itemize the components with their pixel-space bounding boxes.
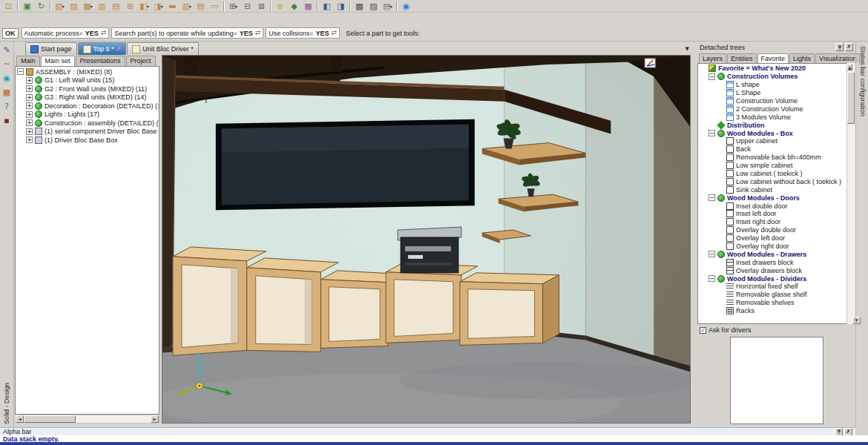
view-orientation-icon[interactable] [645, 59, 655, 67]
drawer-tool-button[interactable]: ◨ ▾ [151, 0, 165, 13]
distribution-tool-button[interactable]: ▨ [67, 0, 81, 13]
right-panel-tab[interactable]: Visualization [815, 53, 860, 63]
back-panel-tool-button[interactable]: ▤ [194, 0, 208, 13]
tree-item[interactable]: Horizontal fixed shelf [698, 283, 855, 291]
tree-item[interactable]: Removable glasse shelf [698, 291, 855, 299]
low-cabinet-tool-button[interactable]: ▥ [95, 0, 109, 13]
construction-volume-button[interactable]: ▧ ▾ [53, 0, 67, 13]
ok-button[interactable]: OK [2, 28, 19, 39]
pin-icon[interactable] [835, 43, 844, 51]
tree-item[interactable]: Inset double door [698, 202, 855, 210]
right-splitter[interactable] [691, 55, 697, 423]
tree-item[interactable]: + G3 : Right Wall units (MIXED) (14) [16, 93, 159, 102]
lights-tool-button[interactable]: ⊛ [273, 0, 287, 13]
expander-icon[interactable]: + [26, 85, 33, 92]
right-panel-toggle-button[interactable]: ◨ [334, 0, 348, 13]
tree-item[interactable]: + G1 : Left Wall units (15) [16, 76, 159, 85]
dropdown-arrow-icon[interactable]: ▾ [189, 4, 191, 9]
prompt-field[interactable]: Automatic process= YES ⇄ [22, 27, 110, 39]
scrollbar-thumb[interactable] [24, 415, 76, 423]
expander-icon[interactable]: − [708, 130, 715, 136]
contextual-help-button[interactable]: ◉ [399, 0, 413, 13]
tree-item[interactable]: Overlay drawers block [698, 266, 855, 274]
dropdown-arrow-icon[interactable]: ▾ [62, 4, 65, 9]
tree-item[interactable]: − Wood Modules - Box [698, 129, 855, 137]
tree-item[interactable]: Distribution [698, 121, 855, 129]
dropdown-arrow-icon[interactable]: ▾ [235, 4, 237, 9]
expander-icon[interactable]: − [708, 251, 715, 257]
toggle-value-icon[interactable]: ⇄ [101, 30, 107, 36]
toggle-value-icon[interactable]: ⇄ [255, 30, 261, 36]
door-tool-button[interactable]: ◧ ▾ [137, 0, 151, 13]
color-palette-button[interactable]: ▦ [1, 86, 13, 99]
left-panel-tab[interactable]: Main [16, 56, 40, 66]
hardware-button[interactable]: ⊟ [240, 0, 254, 13]
right-panel-tab[interactable]: Entities [727, 53, 757, 63]
dropdown-arrow-icon[interactable]: ▾ [147, 4, 149, 9]
scroll-right-icon[interactable]: ► [151, 415, 159, 423]
dropdown-arrow-icon[interactable]: ▾ [91, 4, 93, 9]
tab-close-icon[interactable]: ✗ [116, 46, 122, 52]
shelf-tool-button[interactable]: ▬ [165, 0, 180, 13]
close-icon[interactable]: ✗ [844, 428, 852, 436]
tree-item[interactable]: 2 Construction Volume [698, 105, 855, 113]
document-tab[interactable]: Top 5 * ✗ [78, 42, 127, 55]
render-view-button[interactable]: ▩ [352, 0, 366, 13]
document-tab[interactable]: Start page [25, 42, 77, 55]
tree-item[interactable]: + G2 : Front Wall Units (MIXED) (11) [16, 85, 159, 93]
tree-item[interactable]: + (1) Driver Bloc Base Box [16, 136, 159, 145]
tree-item[interactable]: Overlay left door [698, 234, 855, 243]
materials-tool-button[interactable]: ▦ [301, 0, 315, 13]
tree-item[interactable]: Low cabinet without back ( toekick ) [698, 177, 855, 185]
expander-icon[interactable]: + [26, 77, 33, 84]
tree-item[interactable]: Inset right door [698, 218, 855, 226]
expander-icon[interactable]: + [26, 102, 33, 109]
sink-cabinet-tool-button[interactable]: ▤ [109, 0, 123, 13]
tree-item[interactable]: Construction Volume [698, 97, 855, 105]
tree-item[interactable]: Overlay double door [698, 226, 855, 234]
toekick-tool-button[interactable]: ▭ [208, 0, 222, 13]
tree-item[interactable]: − Wood Modules - Doors [698, 194, 855, 202]
expander-icon[interactable]: + [26, 119, 33, 126]
curve-tools-button[interactable]: ~ [1, 58, 13, 70]
tree-item[interactable]: + Decoration : Decoration (DETAILED) (16… [16, 102, 159, 111]
tree-item[interactable]: Upper cabinet [698, 137, 855, 145]
tree-item[interactable]: + Lights : Lights (17) [16, 111, 159, 119]
driver-block-button[interactable]: ⊡ [1, 0, 16, 13]
circle-tool-button[interactable]: ◉ [1, 72, 13, 85]
tree-item[interactable]: − Wood Modules - Drawers [698, 250, 855, 258]
right-panel-tab[interactable]: Lights [789, 53, 815, 63]
scroll-up-icon[interactable]: ▲ [847, 64, 852, 70]
right-panel-tab[interactable]: Favorite [757, 53, 789, 63]
expander-icon[interactable]: + [26, 111, 33, 118]
document-tab[interactable]: Unit Bloc Driver * [127, 42, 199, 55]
export-document-button[interactable]: ▤ ▾ [381, 0, 395, 13]
left-panel-toggle-button[interactable]: ◧ [320, 0, 334, 13]
viewport-3d-scene[interactable] [162, 55, 691, 423]
scrollbar-thumb[interactable] [847, 72, 855, 124]
tree-item[interactable]: − Construction Volumes [698, 73, 855, 81]
expander-icon[interactable]: + [26, 94, 33, 101]
expander-icon[interactable]: − [708, 194, 715, 201]
connectors-button[interactable]: ⊠ [254, 0, 269, 13]
update-document-button[interactable]: ↻ [34, 0, 48, 13]
dropdown-arrow-icon[interactable]: ▾ [390, 4, 392, 9]
tab-overflow-icon[interactable]: ▼ [685, 47, 689, 52]
expander-icon[interactable]: + [26, 136, 33, 143]
left-panel-tab[interactable]: Presentations [76, 56, 125, 66]
left-panel-hscrollbar[interactable]: ◄ ► [15, 415, 160, 423]
fittings-button[interactable]: ⊞ ▾ [226, 0, 240, 13]
expander-icon[interactable]: − [708, 275, 715, 282]
tree-item[interactable]: Racks [698, 307, 855, 315]
prompt-field[interactable]: Search part(s) to operate while updating… [111, 27, 263, 39]
tree-item[interactable]: Inset drawers block [698, 258, 855, 266]
left-panel-tab[interactable]: Project [126, 56, 156, 66]
tree-item[interactable]: Removable shelves [698, 299, 855, 307]
tree-item[interactable]: L Shape [698, 89, 855, 97]
close-icon[interactable]: ✗ [845, 43, 853, 51]
tree-item[interactable]: 3 Modules Volume [698, 113, 855, 121]
tree-item[interactable]: Low cabinet ( toekick ) [698, 170, 855, 178]
ask-for-drivers-row[interactable]: ✓ Ask for drivers [700, 326, 752, 334]
prompt-field[interactable]: Use collisions= YES ⇄ [266, 27, 340, 39]
divider-tool-button[interactable]: ▥ ▾ [180, 0, 194, 13]
